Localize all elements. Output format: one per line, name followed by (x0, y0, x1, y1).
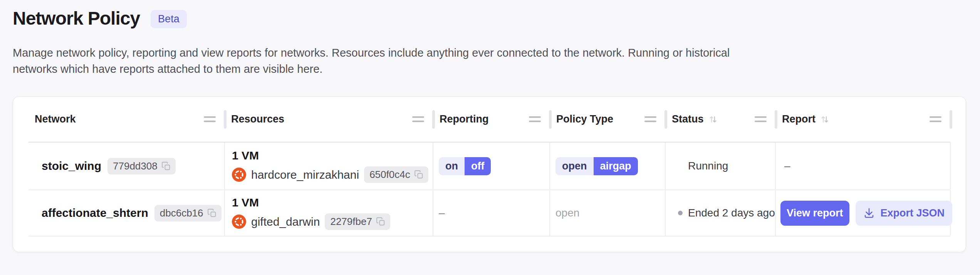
copy-icon[interactable] (161, 161, 171, 171)
resources-cell: 1 VM hardcore_mirzakhani 650f0c4c (225, 143, 433, 189)
column-separator (950, 110, 952, 129)
column-header-resources: Resources (225, 97, 433, 142)
policy-type-toggle: open airgap (555, 157, 638, 175)
status-cell: Ended 2 days ago (666, 190, 776, 236)
report-cell: View report Export JSON (776, 190, 951, 236)
column-header-policy-type: Policy Type (550, 97, 666, 142)
sort-icon[interactable] (708, 114, 718, 124)
column-label-report: Report (782, 113, 816, 125)
resources-count: 1 VM (232, 149, 259, 162)
resources-count: 1 VM (232, 196, 259, 209)
status-text: Ended 2 days ago (688, 207, 775, 219)
beta-badge: Beta (151, 10, 187, 28)
network-name: affectionate_shtern (42, 206, 148, 220)
table-row: stoic_wing 779dd308 1 VM (29, 143, 950, 190)
column-resize-handle[interactable] (644, 116, 656, 122)
column-header-network: Network (29, 97, 225, 142)
vm-id: 2279fbe7 (330, 216, 372, 228)
column-header-reporting: Reporting (433, 97, 550, 142)
toggle-option-off[interactable]: off (465, 157, 491, 175)
policy-type-cell: open (550, 190, 666, 236)
vm-id: 650f0c4c (369, 169, 410, 181)
page-title: Network Policy (13, 8, 140, 29)
reporting-toggle: on off (439, 157, 491, 175)
column-label-resources: Resources (231, 113, 284, 125)
network-policy-page: Network Policy Beta Manage network polic… (0, 0, 980, 275)
copy-icon[interactable] (207, 208, 217, 218)
status-cell: Running (666, 143, 776, 189)
sort-icon[interactable] (820, 114, 829, 124)
reporting-placeholder: – (439, 207, 445, 219)
column-separator (665, 110, 667, 129)
view-report-button[interactable]: View report (780, 201, 849, 226)
toggle-option-open[interactable]: open (555, 157, 594, 175)
table-row: affectionate_shtern dbc6cb16 1 VM (29, 190, 950, 236)
page-description-line-2: networks which have reports attached to … (13, 61, 966, 77)
status-text: Running (688, 160, 728, 172)
page-header: Network Policy Beta (13, 8, 966, 29)
download-icon (863, 207, 875, 219)
vm-name: hardcore_mirzakhani (251, 168, 359, 181)
network-name: stoic_wing (42, 159, 101, 173)
network-cell: stoic_wing 779dd308 (29, 143, 225, 189)
page-description-line-1: Manage network policy, reporting and vie… (13, 45, 966, 61)
reporting-cell: on off (433, 143, 550, 189)
export-json-label: Export JSON (881, 207, 945, 219)
copy-icon[interactable] (376, 217, 386, 226)
ubuntu-logo-icon (232, 215, 246, 229)
table-header-row: Network Resources Reporting Policy Type (29, 97, 950, 143)
ubuntu-logo-icon (232, 168, 246, 182)
network-id: 779dd308 (113, 160, 158, 172)
policy-type-cell: open airgap (550, 143, 666, 189)
column-header-report[interactable]: Report (776, 97, 951, 142)
vm-id-badge: 2279fbe7 (325, 213, 390, 230)
status-dot (678, 211, 683, 215)
networks-table-card: Network Resources Reporting Policy Type (13, 96, 966, 252)
network-id-badge: dbc6cb16 (154, 205, 222, 221)
column-label-policy-type: Policy Type (556, 113, 613, 125)
network-id: dbc6cb16 (160, 207, 203, 219)
network-cell: affectionate_shtern dbc6cb16 (29, 190, 225, 236)
report-placeholder: – (784, 160, 790, 172)
column-separator (432, 110, 435, 129)
resources-cell: 1 VM gifted_darwin 2279fbe7 (225, 190, 433, 236)
column-separator (775, 110, 777, 129)
column-label-reporting: Reporting (440, 113, 489, 125)
column-header-status[interactable]: Status (666, 97, 776, 142)
vm-name: gifted_darwin (251, 215, 320, 228)
toggle-option-airgap[interactable]: airgap (594, 157, 638, 175)
column-label-network: Network (35, 113, 76, 125)
column-separator (549, 110, 552, 129)
toggle-option-on[interactable]: on (439, 157, 465, 175)
network-id-badge: 779dd308 (107, 158, 176, 174)
copy-icon[interactable] (414, 170, 424, 179)
export-json-button[interactable]: Export JSON (856, 201, 953, 226)
column-resize-handle[interactable] (412, 116, 424, 122)
column-resize-handle[interactable] (529, 116, 541, 122)
policy-type-text: open (555, 207, 579, 219)
reporting-cell: – (433, 190, 550, 236)
column-separator (224, 110, 227, 129)
column-resize-handle[interactable] (204, 116, 216, 122)
page-description: Manage network policy, reporting and vie… (13, 45, 966, 77)
column-resize-handle[interactable] (755, 116, 767, 122)
column-resize-handle[interactable] (930, 116, 941, 122)
vm-id-badge: 650f0c4c (364, 166, 428, 183)
report-cell: – (776, 143, 951, 189)
column-label-status: Status (672, 113, 704, 125)
